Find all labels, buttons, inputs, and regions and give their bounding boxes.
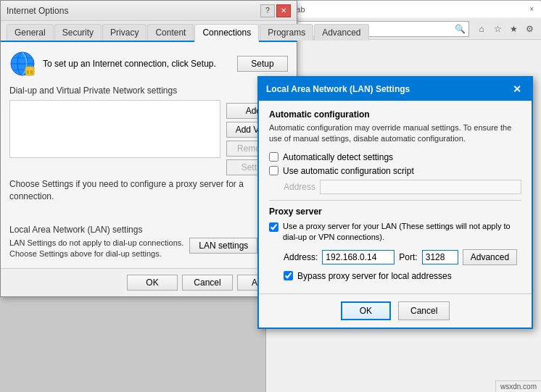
proxy-header: Proxy server [269, 207, 521, 217]
dialog-footer: OK Cancel Apply [1, 268, 297, 296]
auto-config-desc: Automatic configuration may override man… [269, 122, 521, 145]
address-row: Address [284, 180, 521, 194]
globe-icon [9, 51, 36, 77]
gear-icon[interactable]: ⚙ [522, 22, 537, 36]
proxy-port-input[interactable] [422, 250, 458, 264]
proxy-checkbox-row: Use a proxy server for your LAN (These s… [269, 221, 521, 243]
browser-tab[interactable]: New Tab × [266, 0, 541, 17]
lan-close-button[interactable]: ✕ [510, 82, 524, 96]
vpn-list [9, 100, 220, 158]
star-empty-icon[interactable]: ☆ [490, 22, 505, 36]
lan-desc-line2: Choose Settings above for dial-up settin… [9, 249, 183, 259]
internet-options-dialog: Internet Options ? ✕ General Security Pr… [0, 0, 297, 297]
svg-rect-5 [25, 67, 34, 75]
lan-ok-button[interactable]: OK [341, 301, 391, 320]
auto-script-checkbox[interactable] [269, 166, 278, 175]
lan-settings-button[interactable]: LAN settings [189, 238, 257, 254]
lan-cancel-button[interactable]: Cancel [398, 301, 450, 320]
svg-rect-7 [30, 70, 33, 74]
tab-programs[interactable]: Programs [260, 24, 313, 41]
setup-button[interactable]: Setup [237, 56, 288, 72]
close-button[interactable]: ✕ [276, 4, 291, 17]
lan-dialog-footer: OK Cancel [259, 293, 532, 328]
choose-settings-text: Choose Settings if you need to configure… [9, 178, 288, 203]
lan-row: LAN Settings do not apply to dial-up con… [9, 238, 288, 260]
setup-row: To set up an Internet connection, click … [9, 51, 288, 77]
dialog-body: To set up an Internet connection, click … [1, 42, 297, 268]
auto-detect-row: Automatically detect settings [269, 152, 521, 162]
proxy-address-input[interactable] [322, 250, 395, 264]
setup-text: To set up an Internet connection, click … [43, 59, 230, 69]
taskbar-hint: wsxdn.com [495, 380, 541, 392]
proxy-address-label: Address: [284, 252, 318, 262]
tab-content[interactable]: Content [147, 24, 194, 41]
lan-desc-line1: LAN Settings do not apply to dial-up con… [9, 238, 183, 249]
ok-button[interactable]: OK [127, 275, 178, 291]
proxy-label: Use a proxy server for your LAN (These s… [283, 221, 521, 243]
help-button[interactable]: ? [260, 4, 275, 17]
search-icon[interactable]: 🔍 [455, 24, 466, 34]
auto-detect-label: Automatically detect settings [283, 152, 393, 162]
dialog-titlebar: Internet Options ? ✕ [1, 1, 297, 21]
proxy-addr-row: Address: Port: Advanced [269, 249, 521, 265]
vpn-section: Add... Add VPN... Remove... Settings [9, 100, 288, 178]
lan-dialog-title: Local Area Network (LAN) Settings [266, 84, 510, 94]
cancel-button[interactable]: Cancel [182, 275, 233, 291]
tab-close-icon[interactable]: × [529, 5, 534, 13]
address-label: Address [284, 182, 315, 192]
dial-vpn-header: Dial-up and Virtual Private Network sett… [9, 86, 288, 96]
proxy-port-label: Port: [399, 252, 417, 262]
lan-settings-dialog: Local Area Network (LAN) Settings ✕ Auto… [257, 76, 533, 329]
tab-bar: General Security Privacy Content Connect… [1, 21, 297, 42]
tab-advanced[interactable]: Advanced [314, 24, 368, 41]
address-input[interactable] [320, 180, 521, 194]
bypass-row: Bypass proxy server for local addresses [284, 271, 521, 281]
auto-script-row: Use automatic configuration script [269, 166, 521, 176]
lan-section: Local Area Network (LAN) settings LAN Se… [9, 225, 288, 260]
proxy-checkbox[interactable] [269, 222, 278, 232]
bypass-checkbox[interactable] [284, 271, 293, 280]
lan-dialog-titlebar: Local Area Network (LAN) Settings ✕ [259, 78, 532, 101]
lan-section-header: Local Area Network (LAN) settings [9, 225, 288, 235]
lan-dialog-body: Automatic configuration Automatic config… [259, 101, 532, 293]
tab-connections[interactable]: Connections [194, 24, 259, 42]
dialog-title: Internet Options [7, 6, 259, 16]
tab-general[interactable]: General [7, 24, 54, 41]
auto-detect-checkbox[interactable] [269, 152, 278, 162]
browser-icons: ⌂ ☆ ★ ⚙ [474, 22, 537, 36]
auto-config-header: Automatic configuration [269, 109, 521, 120]
lan-desc: LAN Settings do not apply to dial-up con… [9, 238, 183, 260]
star-filled-icon[interactable]: ★ [506, 22, 521, 36]
advanced-button[interactable]: Advanced [463, 249, 517, 265]
tab-security[interactable]: Security [54, 24, 102, 41]
svg-rect-6 [27, 70, 29, 74]
home-icon[interactable]: ⌂ [474, 22, 489, 36]
divider [269, 200, 521, 201]
tab-privacy[interactable]: Privacy [102, 24, 146, 41]
auto-script-label: Use automatic configuration script [283, 166, 414, 176]
bypass-label: Bypass proxy server for local addresses [297, 271, 452, 281]
